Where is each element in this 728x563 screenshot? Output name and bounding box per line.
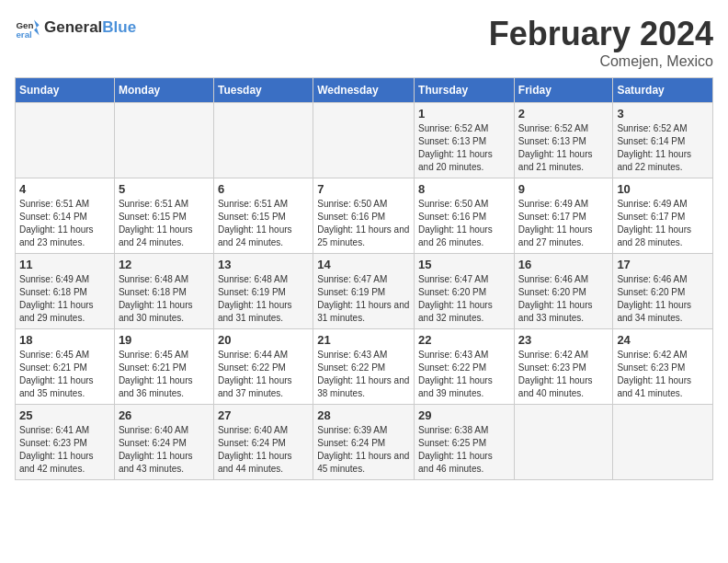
day-info: Sunrise: 6:40 AMSunset: 6:24 PMDaylight:… <box>218 424 309 476</box>
day-info: Sunrise: 6:46 AMSunset: 6:20 PMDaylight:… <box>617 273 709 325</box>
calendar-cell: 2Sunrise: 6:52 AMSunset: 6:13 PMDaylight… <box>514 103 613 178</box>
day-number: 24 <box>617 333 709 347</box>
day-number: 15 <box>418 258 510 271</box>
svg-marker-2 <box>34 20 40 36</box>
logo-icon: Gen eral <box>15 15 40 40</box>
calendar-cell: 18Sunrise: 6:45 AMSunset: 6:21 PMDayligh… <box>16 329 115 405</box>
day-number: 27 <box>218 408 309 422</box>
day-info: Sunrise: 6:48 AMSunset: 6:18 PMDaylight:… <box>119 273 210 325</box>
calendar-cell: 25Sunrise: 6:41 AMSunset: 6:23 PMDayligh… <box>16 405 115 480</box>
header-thursday: Thursday <box>415 78 515 103</box>
calendar-header-row: SundayMondayTuesdayWednesdayThursdayFrid… <box>16 78 713 103</box>
calendar-cell: 19Sunrise: 6:45 AMSunset: 6:21 PMDayligh… <box>114 329 213 405</box>
day-number: 22 <box>418 333 510 347</box>
calendar-cell <box>213 103 313 178</box>
svg-text:eral: eral <box>16 29 32 40</box>
calendar-cell: 20Sunrise: 6:44 AMSunset: 6:22 PMDayligh… <box>213 329 313 405</box>
day-number: 14 <box>317 258 410 271</box>
logo: Gen eral GeneralBlue <box>15 15 136 40</box>
calendar-cell: 6Sunrise: 6:51 AMSunset: 6:15 PMDaylight… <box>213 178 313 254</box>
calendar-cell: 26Sunrise: 6:40 AMSunset: 6:24 PMDayligh… <box>114 405 213 480</box>
day-info: Sunrise: 6:52 AMSunset: 6:13 PMDaylight:… <box>518 122 609 174</box>
calendar-cell: 3Sunrise: 6:52 AMSunset: 6:14 PMDaylight… <box>613 103 713 178</box>
day-info: Sunrise: 6:42 AMSunset: 6:23 PMDaylight:… <box>518 349 609 400</box>
day-number: 10 <box>617 182 709 196</box>
calendar-cell: 14Sunrise: 6:47 AMSunset: 6:19 PMDayligh… <box>313 254 415 329</box>
calendar-cell: 9Sunrise: 6:49 AMSunset: 6:17 PMDaylight… <box>514 178 613 254</box>
header-friday: Friday <box>514 78 613 103</box>
day-number: 6 <box>218 182 309 196</box>
day-number: 4 <box>19 182 110 196</box>
calendar-cell: 13Sunrise: 6:48 AMSunset: 6:19 PMDayligh… <box>213 254 313 329</box>
calendar-cell: 17Sunrise: 6:46 AMSunset: 6:20 PMDayligh… <box>613 254 713 329</box>
day-number: 11 <box>19 258 110 271</box>
calendar-cell <box>313 103 415 178</box>
day-info: Sunrise: 6:46 AMSunset: 6:20 PMDaylight:… <box>518 273 609 325</box>
day-info: Sunrise: 6:51 AMSunset: 6:15 PMDaylight:… <box>119 198 210 249</box>
month-year-title: February 2024 <box>489 15 713 53</box>
day-number: 16 <box>518 258 609 271</box>
calendar-cell <box>514 405 613 480</box>
calendar-week-row: 11Sunrise: 6:49 AMSunset: 6:18 PMDayligh… <box>16 254 713 329</box>
day-number: 5 <box>119 182 210 196</box>
header: Gen eral GeneralBlue February 2024 Comej… <box>15 15 713 70</box>
logo-general-text: GeneralBlue <box>44 18 136 37</box>
calendar-cell: 21Sunrise: 6:43 AMSunset: 6:22 PMDayligh… <box>313 329 415 405</box>
day-number: 19 <box>119 333 210 347</box>
day-info: Sunrise: 6:49 AMSunset: 6:17 PMDaylight:… <box>617 198 709 249</box>
day-info: Sunrise: 6:47 AMSunset: 6:19 PMDaylight:… <box>317 273 410 325</box>
day-info: Sunrise: 6:45 AMSunset: 6:21 PMDaylight:… <box>19 349 110 400</box>
location-subtitle: Comejen, Mexico <box>489 53 713 70</box>
calendar-cell: 1Sunrise: 6:52 AMSunset: 6:13 PMDaylight… <box>415 103 515 178</box>
header-wednesday: Wednesday <box>313 78 415 103</box>
day-info: Sunrise: 6:52 AMSunset: 6:13 PMDaylight:… <box>418 122 510 174</box>
day-info: Sunrise: 6:47 AMSunset: 6:20 PMDaylight:… <box>418 273 510 325</box>
day-info: Sunrise: 6:45 AMSunset: 6:21 PMDaylight:… <box>119 349 210 400</box>
day-number: 18 <box>19 333 110 347</box>
day-info: Sunrise: 6:44 AMSunset: 6:22 PMDaylight:… <box>218 349 309 400</box>
day-info: Sunrise: 6:51 AMSunset: 6:14 PMDaylight:… <box>19 198 110 249</box>
day-info: Sunrise: 6:43 AMSunset: 6:22 PMDaylight:… <box>317 349 410 400</box>
calendar-cell <box>114 103 213 178</box>
calendar-week-row: 1Sunrise: 6:52 AMSunset: 6:13 PMDaylight… <box>16 103 713 178</box>
day-info: Sunrise: 6:39 AMSunset: 6:24 PMDaylight:… <box>317 424 410 476</box>
calendar-cell: 4Sunrise: 6:51 AMSunset: 6:14 PMDaylight… <box>16 178 115 254</box>
day-info: Sunrise: 6:41 AMSunset: 6:23 PMDaylight:… <box>19 424 110 476</box>
day-number: 3 <box>617 107 709 121</box>
title-area: February 2024 Comejen, Mexico <box>489 15 713 70</box>
calendar-cell: 15Sunrise: 6:47 AMSunset: 6:20 PMDayligh… <box>415 254 515 329</box>
day-info: Sunrise: 6:52 AMSunset: 6:14 PMDaylight:… <box>617 122 709 174</box>
day-number: 12 <box>119 258 210 271</box>
day-info: Sunrise: 6:38 AMSunset: 6:25 PMDaylight:… <box>418 424 510 476</box>
calendar-cell: 11Sunrise: 6:49 AMSunset: 6:18 PMDayligh… <box>16 254 115 329</box>
day-number: 7 <box>317 182 410 196</box>
header-sunday: Sunday <box>16 78 115 103</box>
day-number: 23 <box>518 333 609 347</box>
calendar-week-row: 25Sunrise: 6:41 AMSunset: 6:23 PMDayligh… <box>16 405 713 480</box>
calendar-week-row: 18Sunrise: 6:45 AMSunset: 6:21 PMDayligh… <box>16 329 713 405</box>
day-number: 17 <box>617 258 709 271</box>
day-number: 9 <box>518 182 609 196</box>
day-info: Sunrise: 6:43 AMSunset: 6:22 PMDaylight:… <box>418 349 510 400</box>
calendar-cell: 24Sunrise: 6:42 AMSunset: 6:23 PMDayligh… <box>613 329 713 405</box>
calendar-cell: 5Sunrise: 6:51 AMSunset: 6:15 PMDaylight… <box>114 178 213 254</box>
calendar-cell: 27Sunrise: 6:40 AMSunset: 6:24 PMDayligh… <box>213 405 313 480</box>
day-info: Sunrise: 6:42 AMSunset: 6:23 PMDaylight:… <box>617 349 709 400</box>
calendar-cell: 16Sunrise: 6:46 AMSunset: 6:20 PMDayligh… <box>514 254 613 329</box>
calendar-cell: 7Sunrise: 6:50 AMSunset: 6:16 PMDaylight… <box>313 178 415 254</box>
day-number: 26 <box>119 408 210 422</box>
header-saturday: Saturday <box>613 78 713 103</box>
day-info: Sunrise: 6:49 AMSunset: 6:18 PMDaylight:… <box>19 273 110 325</box>
calendar-week-row: 4Sunrise: 6:51 AMSunset: 6:14 PMDaylight… <box>16 178 713 254</box>
day-number: 13 <box>218 258 309 271</box>
day-number: 20 <box>218 333 309 347</box>
header-monday: Monday <box>114 78 213 103</box>
calendar-cell: 10Sunrise: 6:49 AMSunset: 6:17 PMDayligh… <box>613 178 713 254</box>
day-info: Sunrise: 6:49 AMSunset: 6:17 PMDaylight:… <box>518 198 609 249</box>
calendar-cell: 23Sunrise: 6:42 AMSunset: 6:23 PMDayligh… <box>514 329 613 405</box>
day-number: 21 <box>317 333 410 347</box>
calendar-cell: 22Sunrise: 6:43 AMSunset: 6:22 PMDayligh… <box>415 329 515 405</box>
calendar-cell <box>16 103 115 178</box>
calendar-cell: 8Sunrise: 6:50 AMSunset: 6:16 PMDaylight… <box>415 178 515 254</box>
day-info: Sunrise: 6:51 AMSunset: 6:15 PMDaylight:… <box>218 198 309 249</box>
